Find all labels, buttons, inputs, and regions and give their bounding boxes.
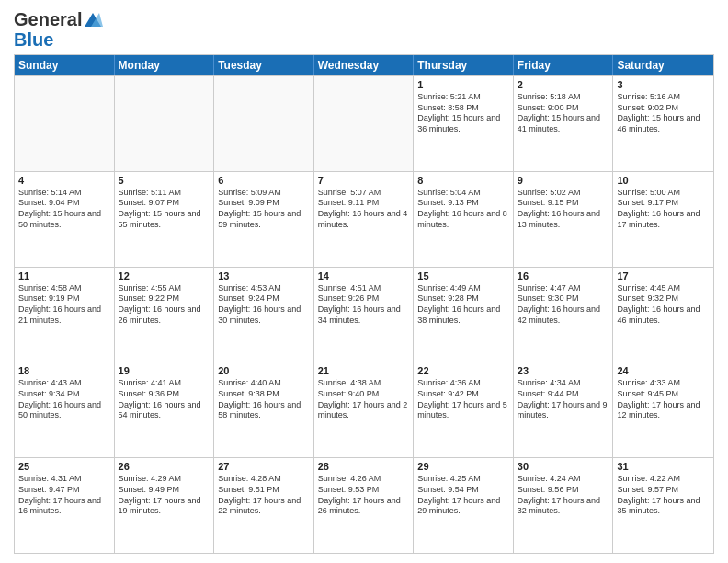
logo-blue-text: Blue [14, 30, 53, 49]
cell-text: Sunrise: 5:04 AM Sunset: 9:13 PM Dayligh… [417, 188, 509, 231]
cell-text: Sunrise: 4:47 AM Sunset: 9:30 PM Dayligh… [518, 283, 609, 327]
calendar-cell: 7Sunrise: 5:07 AM Sunset: 9:11 PM Daylig… [314, 172, 415, 267]
cell-text: Sunrise: 4:49 AM Sunset: 9:28 PM Dayligh… [417, 283, 509, 327]
calendar-cell: 23Sunrise: 4:34 AM Sunset: 9:44 PM Dayli… [514, 362, 614, 457]
calendar-cell: 18Sunrise: 4:43 AM Sunset: 9:34 PM Dayli… [15, 362, 115, 457]
cell-text: Sunrise: 5:11 AM Sunset: 9:07 PM Dayligh… [119, 188, 210, 231]
day-number: 4 [18, 175, 110, 186]
calendar-cell: 16Sunrise: 4:47 AM Sunset: 9:30 PM Dayli… [514, 268, 614, 362]
calendar-cell: 8Sunrise: 5:04 AM Sunset: 9:13 PM Daylig… [414, 172, 514, 267]
day-number: 17 [617, 270, 710, 282]
day-number: 13 [218, 270, 310, 282]
cell-text: Sunrise: 5:18 AM Sunset: 9:00 PM Dayligh… [518, 92, 609, 135]
cell-text: Sunrise: 4:43 AM Sunset: 9:34 PM Dayligh… [18, 378, 110, 421]
day-number: 25 [18, 461, 110, 472]
cell-text: Sunrise: 5:16 AM Sunset: 9:02 PM Dayligh… [617, 92, 710, 135]
cell-text: Sunrise: 5:09 AM Sunset: 9:09 PM Dayligh… [218, 188, 310, 231]
day-number: 19 [119, 365, 210, 376]
cell-text: Sunrise: 5:21 AM Sunset: 8:58 PM Dayligh… [417, 92, 509, 135]
day-number: 21 [318, 365, 410, 376]
cell-text: Sunrise: 5:02 AM Sunset: 9:15 PM Dayligh… [518, 188, 609, 231]
cell-text: Sunrise: 4:38 AM Sunset: 9:40 PM Dayligh… [318, 378, 410, 421]
cell-text: Sunrise: 4:40 AM Sunset: 9:38 PM Dayligh… [218, 378, 310, 421]
cell-text: Sunrise: 4:36 AM Sunset: 9:42 PM Dayligh… [417, 378, 509, 421]
calendar-cell [214, 76, 314, 171]
calendar-header-cell: Sunday [15, 55, 115, 75]
cell-text: Sunrise: 4:51 AM Sunset: 9:26 PM Dayligh… [318, 283, 410, 327]
day-number: 29 [417, 461, 509, 472]
calendar-cell: 21Sunrise: 4:38 AM Sunset: 9:40 PM Dayli… [314, 362, 415, 457]
day-number: 12 [119, 270, 210, 282]
day-number: 16 [518, 270, 609, 282]
day-number: 22 [417, 365, 509, 376]
logo: General Blue [14, 9, 104, 49]
calendar-row: 18Sunrise: 4:43 AM Sunset: 9:34 PM Dayli… [15, 362, 713, 457]
calendar-cell: 17Sunrise: 4:45 AM Sunset: 9:32 PM Dayli… [613, 268, 713, 362]
day-number: 31 [617, 461, 710, 472]
cell-text: Sunrise: 4:26 AM Sunset: 9:53 PM Dayligh… [318, 474, 410, 517]
cell-text: Sunrise: 4:41 AM Sunset: 9:36 PM Dayligh… [119, 378, 210, 421]
day-number: 30 [518, 461, 609, 472]
cell-text: Sunrise: 4:33 AM Sunset: 9:45 PM Dayligh… [617, 378, 710, 421]
calendar-cell: 4Sunrise: 5:14 AM Sunset: 9:04 PM Daylig… [15, 172, 115, 267]
calendar-header-cell: Thursday [414, 55, 514, 75]
calendar-cell [115, 76, 215, 171]
header: General Blue [14, 9, 714, 49]
calendar-row: 4Sunrise: 5:14 AM Sunset: 9:04 PM Daylig… [15, 171, 713, 267]
calendar-cell: 6Sunrise: 5:09 AM Sunset: 9:09 PM Daylig… [214, 172, 314, 267]
cell-text: Sunrise: 5:14 AM Sunset: 9:04 PM Dayligh… [18, 188, 110, 231]
day-number: 1 [417, 79, 509, 90]
calendar-row: 1Sunrise: 5:21 AM Sunset: 8:58 PM Daylig… [15, 75, 713, 171]
calendar-cell: 27Sunrise: 4:28 AM Sunset: 9:51 PM Dayli… [214, 458, 314, 553]
calendar-cell [314, 76, 415, 171]
cell-text: Sunrise: 4:55 AM Sunset: 9:22 PM Dayligh… [119, 283, 210, 327]
cell-text: Sunrise: 4:31 AM Sunset: 9:47 PM Dayligh… [18, 474, 110, 517]
cell-text: Sunrise: 4:34 AM Sunset: 9:44 PM Dayligh… [518, 378, 609, 421]
day-number: 20 [218, 365, 310, 376]
calendar-cell: 13Sunrise: 4:53 AM Sunset: 9:24 PM Dayli… [214, 268, 314, 362]
page: General Blue SundayMondayTuesdayWednesda… [0, 0, 728, 563]
day-number: 10 [617, 175, 710, 186]
day-number: 27 [218, 461, 310, 472]
calendar-header-cell: Friday [514, 55, 614, 75]
day-number: 23 [518, 365, 609, 376]
calendar-cell: 28Sunrise: 4:26 AM Sunset: 9:53 PM Dayli… [314, 458, 415, 553]
calendar-header-row: SundayMondayTuesdayWednesdayThursdayFrid… [15, 55, 713, 75]
calendar-cell: 31Sunrise: 4:22 AM Sunset: 9:57 PM Dayli… [613, 458, 713, 553]
day-number: 2 [518, 79, 609, 90]
calendar-cell: 3Sunrise: 5:16 AM Sunset: 9:02 PM Daylig… [613, 76, 713, 171]
cell-text: Sunrise: 4:45 AM Sunset: 9:32 PM Dayligh… [617, 283, 710, 327]
calendar-cell: 26Sunrise: 4:29 AM Sunset: 9:49 PM Dayli… [115, 458, 215, 553]
cell-text: Sunrise: 4:22 AM Sunset: 9:57 PM Dayligh… [617, 474, 710, 517]
calendar-cell: 30Sunrise: 4:24 AM Sunset: 9:56 PM Dayli… [514, 458, 614, 553]
calendar-header-cell: Saturday [613, 55, 713, 75]
calendar-header-cell: Monday [115, 55, 215, 75]
calendar-cell: 9Sunrise: 5:02 AM Sunset: 9:15 PM Daylig… [514, 172, 614, 267]
calendar-cell: 29Sunrise: 4:25 AM Sunset: 9:54 PM Dayli… [414, 458, 514, 553]
calendar-row: 25Sunrise: 4:31 AM Sunset: 9:47 PM Dayli… [15, 457, 713, 553]
logo-triangle-icon [83, 10, 103, 30]
day-number: 11 [18, 270, 110, 282]
calendar-cell: 2Sunrise: 5:18 AM Sunset: 9:00 PM Daylig… [514, 76, 614, 171]
cell-text: Sunrise: 4:25 AM Sunset: 9:54 PM Dayligh… [417, 474, 509, 517]
calendar: SundayMondayTuesdayWednesdayThursdayFrid… [14, 54, 714, 554]
calendar-cell: 25Sunrise: 4:31 AM Sunset: 9:47 PM Dayli… [15, 458, 115, 553]
cell-text: Sunrise: 5:00 AM Sunset: 9:17 PM Dayligh… [617, 188, 710, 231]
calendar-cell: 12Sunrise: 4:55 AM Sunset: 9:22 PM Dayli… [115, 268, 215, 362]
calendar-header-cell: Tuesday [214, 55, 314, 75]
day-number: 15 [417, 270, 509, 282]
day-number: 18 [18, 365, 110, 376]
cell-text: Sunrise: 4:53 AM Sunset: 9:24 PM Dayligh… [218, 283, 310, 327]
calendar-body: 1Sunrise: 5:21 AM Sunset: 8:58 PM Daylig… [15, 75, 713, 553]
day-number: 8 [417, 175, 509, 186]
calendar-cell: 15Sunrise: 4:49 AM Sunset: 9:28 PM Dayli… [414, 268, 514, 362]
calendar-cell: 5Sunrise: 5:11 AM Sunset: 9:07 PM Daylig… [115, 172, 215, 267]
cell-text: Sunrise: 4:58 AM Sunset: 9:19 PM Dayligh… [18, 283, 110, 327]
calendar-cell: 20Sunrise: 4:40 AM Sunset: 9:38 PM Dayli… [214, 362, 314, 457]
calendar-cell: 1Sunrise: 5:21 AM Sunset: 8:58 PM Daylig… [414, 76, 514, 171]
calendar-cell [15, 76, 115, 171]
calendar-cell: 10Sunrise: 5:00 AM Sunset: 9:17 PM Dayli… [613, 172, 713, 267]
calendar-cell: 19Sunrise: 4:41 AM Sunset: 9:36 PM Dayli… [115, 362, 215, 457]
cell-text: Sunrise: 4:29 AM Sunset: 9:49 PM Dayligh… [119, 474, 210, 517]
day-number: 5 [119, 175, 210, 186]
